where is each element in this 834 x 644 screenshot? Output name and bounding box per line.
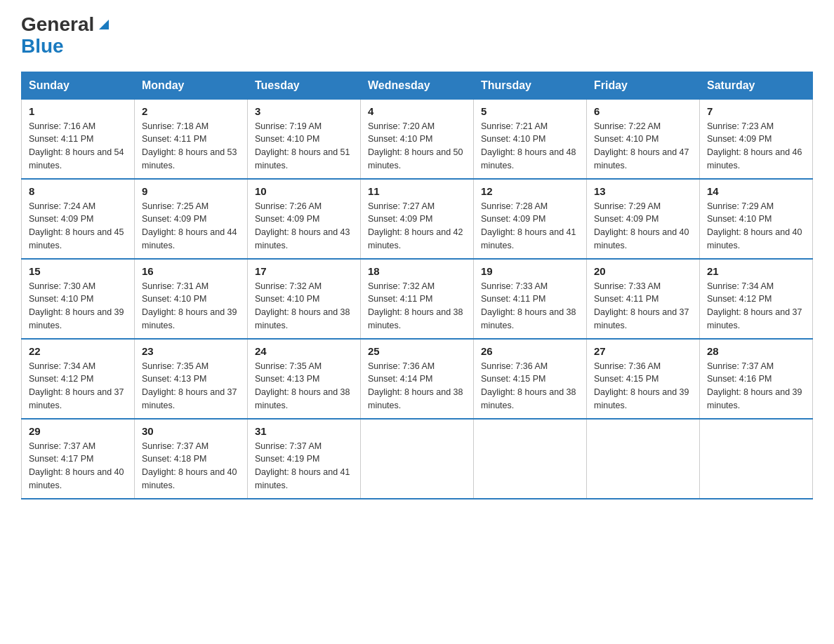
day-info: Sunrise: 7:28 AMSunset: 4:09 PMDaylight:… <box>481 200 579 253</box>
calendar-cell: 5 Sunrise: 7:21 AMSunset: 4:10 PMDayligh… <box>474 99 587 179</box>
day-info: Sunrise: 7:18 AMSunset: 4:11 PMDaylight:… <box>142 120 240 173</box>
day-number: 18 <box>368 265 466 277</box>
day-info: Sunrise: 7:33 AMSunset: 4:11 PMDaylight:… <box>481 280 579 333</box>
day-number: 1 <box>29 105 127 117</box>
calendar-cell: 19 Sunrise: 7:33 AMSunset: 4:11 PMDaylig… <box>474 259 587 339</box>
day-number: 27 <box>594 345 692 357</box>
calendar-week-row: 1 Sunrise: 7:16 AMSunset: 4:11 PMDayligh… <box>22 99 813 179</box>
day-info: Sunrise: 7:34 AMSunset: 4:12 PMDaylight:… <box>29 360 127 412</box>
svg-marker-0 <box>99 20 109 29</box>
calendar-cell: 27 Sunrise: 7:36 AMSunset: 4:15 PMDaylig… <box>587 339 700 419</box>
calendar-cell: 18 Sunrise: 7:32 AMSunset: 4:11 PMDaylig… <box>361 259 474 339</box>
calendar-table: SundayMondayTuesdayWednesdayThursdayFrid… <box>21 72 813 499</box>
day-number: 25 <box>368 345 466 357</box>
calendar-cell: 7 Sunrise: 7:23 AMSunset: 4:09 PMDayligh… <box>700 99 813 179</box>
day-number: 22 <box>29 345 127 357</box>
calendar-week-row: 29 Sunrise: 7:37 AMSunset: 4:17 PMDaylig… <box>22 419 813 499</box>
calendar-cell <box>700 419 813 499</box>
day-number: 15 <box>29 265 127 277</box>
calendar-cell: 2 Sunrise: 7:18 AMSunset: 4:11 PMDayligh… <box>135 99 248 179</box>
calendar-cell <box>474 419 587 499</box>
calendar-week-row: 8 Sunrise: 7:24 AMSunset: 4:09 PMDayligh… <box>22 179 813 259</box>
calendar-cell: 20 Sunrise: 7:33 AMSunset: 4:11 PMDaylig… <box>587 259 700 339</box>
day-info: Sunrise: 7:33 AMSunset: 4:11 PMDaylight:… <box>594 280 692 333</box>
day-number: 14 <box>707 185 805 197</box>
day-number: 20 <box>594 265 692 277</box>
calendar-cell: 29 Sunrise: 7:37 AMSunset: 4:17 PMDaylig… <box>22 419 135 499</box>
calendar-cell: 31 Sunrise: 7:37 AMSunset: 4:19 PMDaylig… <box>248 419 361 499</box>
calendar-cell: 24 Sunrise: 7:35 AMSunset: 4:13 PMDaylig… <box>248 339 361 419</box>
day-info: Sunrise: 7:32 AMSunset: 4:11 PMDaylight:… <box>368 280 466 333</box>
day-number: 4 <box>368 105 466 117</box>
weekday-header-saturday: Saturday <box>700 72 813 99</box>
day-info: Sunrise: 7:35 AMSunset: 4:13 PMDaylight:… <box>255 360 353 412</box>
day-info: Sunrise: 7:20 AMSunset: 4:10 PMDaylight:… <box>368 120 466 173</box>
day-number: 3 <box>255 105 353 117</box>
day-info: Sunrise: 7:27 AMSunset: 4:09 PMDaylight:… <box>368 200 466 253</box>
calendar-week-row: 15 Sunrise: 7:30 AMSunset: 4:10 PMDaylig… <box>22 259 813 339</box>
day-info: Sunrise: 7:30 AMSunset: 4:10 PMDaylight:… <box>29 280 127 333</box>
weekday-header-friday: Friday <box>587 72 700 99</box>
weekday-header-thursday: Thursday <box>474 72 587 99</box>
logo-blue: Blue <box>21 36 112 58</box>
day-number: 19 <box>481 265 579 277</box>
day-info: Sunrise: 7:26 AMSunset: 4:09 PMDaylight:… <box>255 200 353 253</box>
day-info: Sunrise: 7:34 AMSunset: 4:12 PMDaylight:… <box>707 280 805 333</box>
day-info: Sunrise: 7:16 AMSunset: 4:11 PMDaylight:… <box>29 120 127 173</box>
calendar-cell: 14 Sunrise: 7:29 AMSunset: 4:10 PMDaylig… <box>700 179 813 259</box>
day-info: Sunrise: 7:31 AMSunset: 4:10 PMDaylight:… <box>142 280 240 333</box>
day-number: 26 <box>481 345 579 357</box>
logo-triangle-icon <box>96 17 112 32</box>
day-info: Sunrise: 7:25 AMSunset: 4:09 PMDaylight:… <box>142 200 240 253</box>
day-info: Sunrise: 7:29 AMSunset: 4:10 PMDaylight:… <box>707 200 805 253</box>
calendar-cell: 23 Sunrise: 7:35 AMSunset: 4:13 PMDaylig… <box>135 339 248 419</box>
day-number: 2 <box>142 105 240 117</box>
weekday-header-tuesday: Tuesday <box>248 72 361 99</box>
day-info: Sunrise: 7:24 AMSunset: 4:09 PMDaylight:… <box>29 200 127 253</box>
weekday-header-wednesday: Wednesday <box>361 72 474 99</box>
day-info: Sunrise: 7:23 AMSunset: 4:09 PMDaylight:… <box>707 120 805 173</box>
calendar-cell <box>587 419 700 499</box>
calendar-cell: 10 Sunrise: 7:26 AMSunset: 4:09 PMDaylig… <box>248 179 361 259</box>
logo: General Blue <box>21 14 112 58</box>
weekday-header-row: SundayMondayTuesdayWednesdayThursdayFrid… <box>22 72 813 99</box>
day-info: Sunrise: 7:37 AMSunset: 4:16 PMDaylight:… <box>707 360 805 412</box>
day-number: 28 <box>707 345 805 357</box>
calendar-cell: 16 Sunrise: 7:31 AMSunset: 4:10 PMDaylig… <box>135 259 248 339</box>
day-number: 7 <box>707 105 805 117</box>
calendar-cell: 26 Sunrise: 7:36 AMSunset: 4:15 PMDaylig… <box>474 339 587 419</box>
day-info: Sunrise: 7:36 AMSunset: 4:15 PMDaylight:… <box>594 360 692 412</box>
calendar-cell: 9 Sunrise: 7:25 AMSunset: 4:09 PMDayligh… <box>135 179 248 259</box>
day-info: Sunrise: 7:37 AMSunset: 4:18 PMDaylight:… <box>142 440 240 492</box>
day-info: Sunrise: 7:32 AMSunset: 4:10 PMDaylight:… <box>255 280 353 333</box>
calendar-cell: 12 Sunrise: 7:28 AMSunset: 4:09 PMDaylig… <box>474 179 587 259</box>
calendar-cell: 17 Sunrise: 7:32 AMSunset: 4:10 PMDaylig… <box>248 259 361 339</box>
calendar-cell: 21 Sunrise: 7:34 AMSunset: 4:12 PMDaylig… <box>700 259 813 339</box>
calendar-cell: 15 Sunrise: 7:30 AMSunset: 4:10 PMDaylig… <box>22 259 135 339</box>
calendar-cell: 6 Sunrise: 7:22 AMSunset: 4:10 PMDayligh… <box>587 99 700 179</box>
calendar-cell: 8 Sunrise: 7:24 AMSunset: 4:09 PMDayligh… <box>22 179 135 259</box>
calendar-cell: 25 Sunrise: 7:36 AMSunset: 4:14 PMDaylig… <box>361 339 474 419</box>
day-number: 11 <box>368 185 466 197</box>
day-info: Sunrise: 7:37 AMSunset: 4:17 PMDaylight:… <box>29 440 127 492</box>
day-info: Sunrise: 7:22 AMSunset: 4:10 PMDaylight:… <box>594 120 692 173</box>
day-info: Sunrise: 7:35 AMSunset: 4:13 PMDaylight:… <box>142 360 240 412</box>
calendar-cell: 28 Sunrise: 7:37 AMSunset: 4:16 PMDaylig… <box>700 339 813 419</box>
day-number: 6 <box>594 105 692 117</box>
day-number: 9 <box>142 185 240 197</box>
day-number: 23 <box>142 345 240 357</box>
day-info: Sunrise: 7:19 AMSunset: 4:10 PMDaylight:… <box>255 120 353 173</box>
day-number: 5 <box>481 105 579 117</box>
calendar-cell: 3 Sunrise: 7:19 AMSunset: 4:10 PMDayligh… <box>248 99 361 179</box>
calendar-cell: 30 Sunrise: 7:37 AMSunset: 4:18 PMDaylig… <box>135 419 248 499</box>
page-header: General Blue <box>21 14 813 58</box>
calendar-cell: 1 Sunrise: 7:16 AMSunset: 4:11 PMDayligh… <box>22 99 135 179</box>
day-number: 13 <box>594 185 692 197</box>
day-number: 8 <box>29 185 127 197</box>
calendar-week-row: 22 Sunrise: 7:34 AMSunset: 4:12 PMDaylig… <box>22 339 813 419</box>
day-number: 12 <box>481 185 579 197</box>
day-number: 30 <box>142 425 240 437</box>
weekday-header-monday: Monday <box>135 72 248 99</box>
day-info: Sunrise: 7:21 AMSunset: 4:10 PMDaylight:… <box>481 120 579 173</box>
day-info: Sunrise: 7:29 AMSunset: 4:09 PMDaylight:… <box>594 200 692 253</box>
